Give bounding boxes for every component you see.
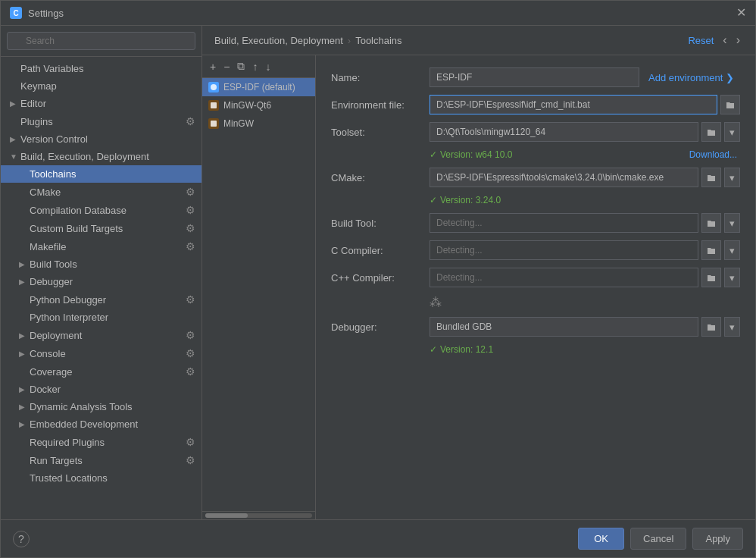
cpp-compiler-dropdown-button[interactable]: ▾	[724, 268, 740, 287]
add-environment-button[interactable]: Add environment ❯	[642, 72, 740, 83]
debugger-input-group: ▾	[430, 317, 740, 337]
settings-dialog: C Settings ✕ 🔍 Path Variables	[0, 0, 756, 558]
build-tool-dropdown-button[interactable]: ▾	[724, 213, 740, 233]
copy-toolchain-button[interactable]: ⧉	[234, 58, 248, 74]
sidebar-item-console[interactable]: ▶ Console ⚙	[1, 344, 201, 362]
sidebar-item-makefile[interactable]: Makefile ⚙	[1, 237, 201, 255]
toolset-folder-button[interactable]	[701, 122, 721, 142]
deployment-gear-icon: ⚙	[186, 329, 195, 341]
sidebar-item-embedded-dev[interactable]: ▶ Embedded Development	[1, 415, 201, 433]
sidebar-item-build-exec-deploy[interactable]: ▼ Build, Execution, Deployment	[1, 148, 201, 165]
c-compiler-folder-icon	[707, 246, 716, 255]
name-input-group: Add environment ❯	[430, 67, 740, 87]
sidebar-item-keymap[interactable]: Keymap	[1, 77, 201, 95]
toolchain-item-mingw-qt6[interactable]: MinGW-Qt6	[202, 96, 315, 114]
close-button[interactable]: ✕	[736, 7, 746, 19]
name-label: Name:	[331, 72, 430, 83]
loading-spinner: ⁂	[430, 296, 442, 309]
sidebar-item-dynamic-analysis[interactable]: ▶ Dynamic Analysis Tools	[1, 398, 201, 415]
help-button[interactable]: ?	[13, 531, 30, 547]
ok-button[interactable]: OK	[578, 528, 624, 550]
build-tool-folder-button[interactable]	[701, 213, 721, 233]
cmake-label: CMake:	[331, 172, 430, 183]
toolset-version-row: ✓ Version: w64 10.0 Download...	[331, 149, 740, 160]
sidebar-item-cmake[interactable]: CMake ⚙	[1, 183, 201, 201]
cmake-version-row: ✓ Version: 3.24.0	[331, 195, 740, 205]
cmake-folder-button[interactable]	[701, 168, 721, 187]
reset-button[interactable]: Reset	[688, 35, 714, 46]
debugger-version-row: ✓ Version: 12.1	[331, 344, 740, 355]
breadcrumb-current: Toolchains	[355, 35, 401, 46]
toolset-label: Toolset:	[331, 127, 430, 138]
toolchain-content: + − ⧉ ↑ ↓ ESP-IDF (default)	[202, 55, 755, 519]
sidebar-item-plugins[interactable]: Plugins ⚙	[1, 112, 201, 130]
sidebar-item-python-debugger[interactable]: Python Debugger ⚙	[1, 290, 201, 309]
sidebar-item-deployment[interactable]: ▶ Deployment ⚙	[1, 326, 201, 344]
sidebar-item-python-interpreter[interactable]: Python Interpreter	[1, 309, 201, 326]
cmake-input[interactable]	[430, 168, 698, 187]
sidebar-item-run-targets[interactable]: Run Targets ⚙	[1, 451, 201, 469]
right-panel: Build, Execution, Deployment › Toolchain…	[202, 26, 755, 519]
debugger-row: Debugger: ▾	[331, 317, 740, 337]
cpp-compiler-folder-button[interactable]	[701, 268, 721, 287]
apply-button[interactable]: Apply	[692, 528, 743, 550]
c-compiler-folder-button[interactable]	[701, 240, 721, 260]
breadcrumb-parent[interactable]: Build, Execution, Deployment	[214, 35, 343, 46]
toolset-version-status: ✓ Version: w64 10.0	[430, 149, 512, 160]
download-link-button[interactable]: Download...	[689, 149, 740, 160]
move-up-toolchain-button[interactable]: ↑	[249, 59, 261, 74]
build-tool-input-group: ▾	[430, 213, 740, 233]
sidebar-item-debugger[interactable]: ▶ Debugger	[1, 273, 201, 290]
build-tool-input[interactable]	[430, 213, 698, 233]
cpp-compiler-folder-icon	[707, 273, 716, 282]
toolchain-list-scroll: ESP-IDF (default) MinGW-Qt6	[202, 78, 315, 511]
c-compiler-row: C Compiler: ▾	[331, 240, 740, 260]
debugger-dropdown-button[interactable]: ▾	[724, 317, 740, 337]
search-input[interactable]	[7, 32, 195, 50]
back-button[interactable]: ‹	[720, 32, 729, 49]
sidebar-item-build-tools[interactable]: ▶ Build Tools	[1, 255, 201, 273]
sidebar-item-required-plugins[interactable]: Required Plugins ⚙	[1, 433, 201, 451]
add-toolchain-button[interactable]: +	[207, 59, 219, 74]
breadcrumb: Build, Execution, Deployment › Toolchain…	[214, 35, 402, 46]
env-file-folder-button[interactable]	[720, 95, 740, 114]
name-input[interactable]	[430, 67, 639, 87]
c-compiler-input[interactable]	[430, 240, 698, 260]
plugins-gear-icon: ⚙	[186, 115, 195, 127]
sidebar-item-editor[interactable]: ▶ Editor	[1, 95, 201, 112]
debugger-input[interactable]	[430, 317, 698, 337]
main-content: 🔍 Path Variables Keymap ▶ Edito	[1, 26, 755, 519]
cpp-compiler-input[interactable]	[430, 268, 698, 287]
c-compiler-dropdown-button[interactable]: ▾	[724, 240, 740, 260]
esp-idf-icon	[208, 82, 219, 92]
mingw-icon	[208, 118, 219, 129]
sidebar-item-docker[interactable]: ▶ Docker	[1, 381, 201, 398]
env-file-input[interactable]	[430, 95, 717, 114]
move-down-toolchain-button[interactable]: ↓	[262, 59, 273, 74]
forward-button[interactable]: ›	[733, 32, 743, 49]
sidebar-item-compilation-db[interactable]: Compilation Database ⚙	[1, 201, 201, 219]
sidebar-item-custom-build-targets[interactable]: Custom Build Targets ⚙	[1, 219, 201, 237]
cmake-input-group: ▾	[430, 168, 740, 187]
toolset-input[interactable]	[430, 122, 698, 142]
toolchain-item-esp-idf[interactable]: ESP-IDF (default)	[202, 78, 315, 96]
breadcrumb-actions: Reset ‹ ›	[688, 32, 743, 49]
required-plugins-gear-icon: ⚙	[186, 436, 195, 448]
sidebar-item-version-control[interactable]: ▶ Version Control	[1, 130, 201, 148]
toolset-row: Toolset: ▾	[331, 122, 740, 142]
sidebar-item-trusted-locations[interactable]: Trusted Locations	[1, 469, 201, 487]
sidebar-tree: Path Variables Keymap ▶ Editor Plugins ⚙	[1, 57, 201, 519]
debugger-folder-button[interactable]	[701, 317, 721, 337]
remove-toolchain-button[interactable]: −	[220, 59, 233, 74]
sidebar-item-path-variables[interactable]: Path Variables	[1, 60, 201, 77]
sidebar-item-coverage[interactable]: Coverage ⚙	[1, 362, 201, 381]
scroll-track	[205, 513, 312, 518]
toolchain-item-mingw[interactable]: MinGW	[202, 114, 315, 133]
toolchain-label-esp-idf: ESP-IDF (default)	[223, 82, 295, 92]
cmake-dropdown-button[interactable]: ▾	[724, 168, 740, 187]
horizontal-scrollbar[interactable]	[202, 511, 315, 519]
search-box: 🔍	[1, 26, 201, 57]
toolset-dropdown-button[interactable]: ▾	[724, 122, 740, 142]
cancel-button[interactable]: Cancel	[630, 528, 686, 550]
sidebar-item-toolchains[interactable]: Toolchains	[1, 165, 201, 183]
